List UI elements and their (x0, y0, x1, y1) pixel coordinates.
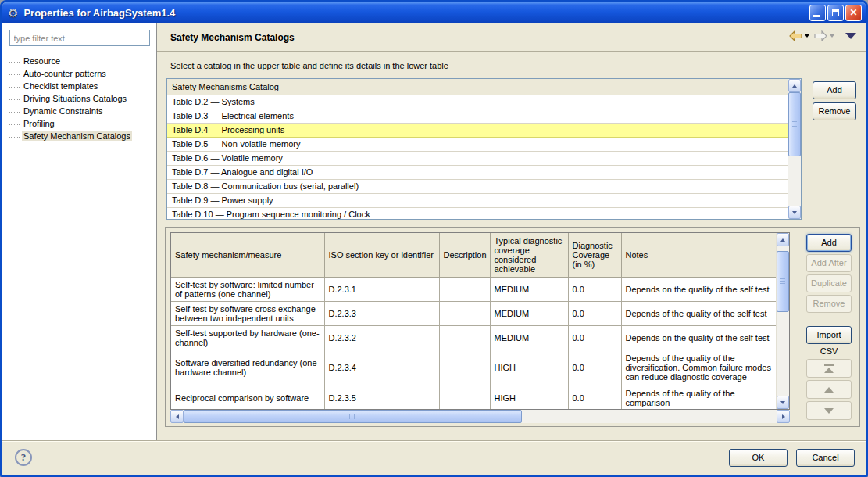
dialog-footer: ? OK Cancel (2, 440, 866, 475)
cell-mechanism[interactable]: Software diversified redundancy (one har… (171, 350, 324, 386)
cell-iso-key[interactable]: D.2.3.5 (324, 386, 439, 410)
details-horizontal-scrollbar[interactable] (170, 410, 790, 423)
maximize-icon (832, 9, 839, 16)
details-duplicate-button[interactable]: Duplicate (806, 274, 852, 292)
catalog-row-d8[interactable]: Table D.8 — Communication bus (serial, p… (167, 180, 788, 194)
cell-mechanism[interactable]: Self-test by software cross exchange bet… (171, 301, 324, 325)
instruction-text: Select a catalog in the upper table and … (170, 61, 448, 70)
details-hscroll-thumb[interactable] (184, 410, 522, 423)
cell-coverage[interactable]: HIGH (490, 386, 568, 410)
main-panel: Safety Mechanism Catalogs (157, 23, 866, 440)
scroll-down-icon[interactable] (777, 396, 789, 409)
import-csv-button[interactable]: Import CSV (806, 326, 852, 344)
cell-coverage[interactable]: MEDIUM (490, 301, 568, 325)
cell-iso-key[interactable]: D.2.3.1 (324, 277, 439, 301)
close-button[interactable]: ✕ (845, 5, 862, 21)
filter-input[interactable] (9, 30, 150, 46)
catalog-row-d6[interactable]: Table D.6 — Volatile memory (167, 152, 788, 166)
details-remove-button[interactable]: Remove (806, 295, 852, 313)
sidebar-item-auto-counter-patterns[interactable]: Auto-counter patterns (2, 68, 156, 81)
catalog-add-button[interactable]: Add (813, 81, 856, 99)
catalog-scroll-thumb[interactable] (788, 92, 801, 156)
catalog-row-d9[interactable]: Table D.9 — Power supply (167, 194, 788, 208)
cancel-button[interactable]: Cancel (796, 449, 855, 467)
sidebar-item-dynamic-constraints[interactable]: Dynamic Constraints (2, 106, 156, 118)
view-menu-icon[interactable] (845, 33, 856, 39)
catalog-row-d2[interactable]: Table D.2 — Systems (167, 95, 788, 109)
forward-button[interactable] (814, 30, 834, 41)
minimize-button[interactable] (809, 5, 826, 21)
catalog-remove-button[interactable]: Remove (813, 102, 856, 120)
catalog-list: Safety Mechanisms Catalog Table D.2 — Sy… (167, 79, 788, 219)
scroll-down-icon[interactable] (788, 206, 801, 219)
cell-notes[interactable]: Depends of the quality of the diversific… (621, 350, 776, 386)
sidebar-item-checklist-templates[interactable]: Checklist templates (2, 81, 156, 93)
table-row: Software diversified redundancy (one har… (171, 350, 776, 386)
cell-description[interactable] (439, 386, 490, 410)
cell-notes[interactable]: Depends of the quality of the comparison (621, 386, 776, 410)
scroll-up-icon[interactable] (777, 233, 789, 246)
catalog-vertical-scrollbar[interactable] (788, 79, 801, 219)
cell-mechanism[interactable]: Self-test supported by hardware (one-cha… (171, 325, 324, 350)
cell-coverage-pct[interactable]: 0.0 (568, 301, 621, 325)
triangle-right-icon (782, 414, 785, 419)
details-add-button[interactable]: Add (806, 234, 852, 252)
details-add-after-button[interactable]: Add After (806, 254, 852, 272)
details-scroll-thumb[interactable] (777, 251, 789, 312)
details-hscroll-track[interactable] (184, 410, 777, 423)
move-top-bar-icon (824, 364, 834, 366)
cell-coverage[interactable]: MEDIUM (490, 277, 568, 301)
cell-coverage[interactable]: HIGH (490, 350, 568, 386)
cell-notes[interactable]: Depends on the quality of the self test (621, 325, 776, 350)
cell-coverage[interactable]: MEDIUM (490, 325, 568, 350)
sidebar-item-safety-mechanism-catalogs[interactable]: Safety Mechanism Catalogs (2, 131, 156, 143)
cell-iso-key[interactable]: D.2.3.3 (324, 301, 439, 325)
cell-iso-key[interactable]: D.2.3.2 (324, 325, 439, 350)
details-group: Safety mechanism/measure ISO section key… (165, 227, 860, 427)
catalog-scroll-track[interactable] (788, 92, 801, 206)
help-button[interactable]: ? (15, 449, 32, 466)
cell-description[interactable] (439, 277, 490, 301)
sidebar-item-driving-situations-catalogs[interactable]: Driving Situations Catalogs (2, 93, 156, 106)
sidebar-item-profiling[interactable]: Profiling (2, 118, 156, 131)
triangle-down-icon (792, 211, 797, 214)
scroll-left-icon[interactable] (170, 410, 184, 423)
scroll-right-icon[interactable] (777, 410, 790, 423)
move-top-arrow-icon (824, 368, 834, 373)
triangle-up-icon (792, 84, 797, 88)
triangle-left-icon (176, 414, 179, 419)
cell-notes[interactable]: Depends on the quality of the self test (621, 277, 776, 301)
move-to-top-button[interactable] (806, 359, 852, 378)
cell-iso-key[interactable]: D.2.3.4 (324, 350, 439, 386)
catalog-row-d4-selected[interactable]: Table D.4 — Processing units (167, 124, 788, 138)
maximize-button[interactable] (827, 5, 844, 21)
ok-button[interactable]: OK (729, 449, 788, 467)
details-vertical-scrollbar[interactable] (776, 233, 789, 409)
catalog-row-d5[interactable]: Table D.5 — Non-volatile memory (167, 138, 788, 152)
cell-mechanism[interactable]: Self-test by software: limited number of… (171, 277, 324, 301)
cell-notes[interactable]: Depends of the quality of the self test (621, 301, 776, 325)
move-down-button[interactable] (806, 401, 852, 420)
cell-description[interactable] (439, 301, 490, 325)
catalog-row-d3[interactable]: Table D.3 — Electrical elements (167, 109, 788, 124)
move-up-button[interactable] (806, 380, 852, 399)
catalog-row-d7[interactable]: Table D.7 — Analogue and digital I/O (167, 166, 788, 180)
cell-description[interactable] (439, 350, 490, 386)
cell-mechanism[interactable]: Reciprocal comparison by software (171, 386, 324, 410)
cell-coverage-pct[interactable]: 0.0 (568, 386, 621, 410)
details-scroll-track[interactable] (777, 246, 789, 396)
forward-dropdown-icon[interactable] (830, 34, 834, 38)
cell-coverage-pct[interactable]: 0.0 (568, 325, 621, 350)
col-typical-diagnostic-coverage: Typical diagnostic coverage considered a… (490, 233, 568, 277)
back-arrow-icon (789, 30, 802, 41)
catalog-row-d10[interactable]: Table D.10 — Program sequence monitoring… (167, 208, 788, 219)
back-button[interactable] (789, 30, 809, 41)
sidebar-item-resource[interactable]: Resource (2, 56, 156, 68)
scroll-up-icon[interactable] (788, 79, 801, 92)
cell-coverage-pct[interactable]: 0.0 (568, 277, 621, 301)
back-dropdown-icon[interactable] (805, 34, 809, 38)
cell-coverage-pct[interactable]: 0.0 (568, 350, 621, 386)
cell-description[interactable] (439, 325, 490, 350)
title-bar: ⚙ Properties for AirbagSystem1.4 ✕ (2, 2, 866, 23)
table-row: Reciprocal comparison by software D.2.3.… (171, 386, 776, 410)
